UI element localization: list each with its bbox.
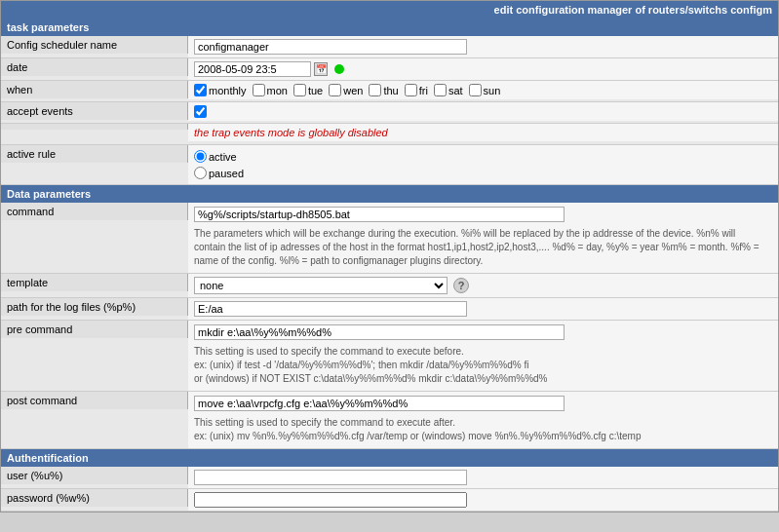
post-command-label: post command xyxy=(1,392,188,409)
when-label: when xyxy=(1,81,188,98)
help-icon[interactable]: ? xyxy=(453,278,469,293)
active-label: active xyxy=(209,151,237,163)
fri-checkbox[interactable] xyxy=(405,84,417,96)
post-command-input[interactable] xyxy=(194,396,565,411)
task-params-header: task parameters xyxy=(1,19,778,36)
log-path-input[interactable] xyxy=(194,301,467,317)
pre-command-description: This setting is used to specify the comm… xyxy=(194,343,548,388)
data-params-header: Data parameters xyxy=(1,185,778,203)
sat-checkbox[interactable] xyxy=(434,84,447,96)
accept-events-checkbox[interactable] xyxy=(194,105,207,118)
template-label: template xyxy=(1,274,188,291)
active-radio-row: active xyxy=(194,148,237,165)
user-row: user (%u%) xyxy=(1,467,778,489)
sun-checkbox-label: sun xyxy=(469,84,501,96)
paused-radio[interactable] xyxy=(194,167,207,179)
post-command-description: This setting is used to specify the comm… xyxy=(194,414,641,445)
title-bar: edit configuration manager of routers/sw… xyxy=(1,1,778,19)
pre-command-value: This setting is used to specify the comm… xyxy=(188,321,778,391)
wen-checkbox-label: wen xyxy=(329,84,363,96)
user-label: user (%u%) xyxy=(1,467,188,484)
active-rule-row: active rule active paused xyxy=(1,145,778,185)
mon-checkbox[interactable] xyxy=(253,84,265,96)
password-value xyxy=(188,489,778,511)
fri-checkbox-label: fri xyxy=(405,84,428,96)
thu-checkbox-label: thu xyxy=(369,84,398,96)
log-path-row: path for the log files (%p%) xyxy=(1,298,778,321)
date-input[interactable] xyxy=(194,61,311,77)
when-value: monthly mon tue wen thu fri sat sun xyxy=(188,81,778,99)
pre-command-input[interactable] xyxy=(194,324,565,340)
active-rule-label: active rule xyxy=(1,145,188,163)
command-value: The parameters which will be exchange du… xyxy=(188,203,778,273)
calendar-icon[interactable]: 📅 xyxy=(314,62,328,76)
log-path-label: path for the log files (%p%) xyxy=(1,298,188,316)
tue-checkbox-label: tue xyxy=(293,84,323,96)
mon-checkbox-label: mon xyxy=(253,84,288,96)
command-description: The parameters which will be exchange du… xyxy=(194,225,760,270)
post-command-value: This setting is used to specify the comm… xyxy=(188,392,778,448)
sat-checkbox-label: sat xyxy=(434,84,463,96)
accept-events-row: accept events xyxy=(1,102,778,124)
title-text: edit configuration manager of routers/sw… xyxy=(494,4,772,16)
log-path-value xyxy=(188,298,778,320)
active-rule-value: active paused xyxy=(188,145,778,184)
command-input[interactable] xyxy=(194,207,565,222)
template-value: none ? xyxy=(188,274,778,297)
password-input[interactable] xyxy=(194,492,467,508)
accept-events-value xyxy=(188,102,778,121)
monthly-checkbox-label: monthly xyxy=(194,84,247,96)
template-row: template none ? xyxy=(1,274,778,298)
user-value xyxy=(188,467,778,488)
active-radio[interactable] xyxy=(194,150,207,163)
user-input[interactable] xyxy=(194,470,467,485)
trap-warning-label-cell xyxy=(1,124,188,130)
wen-checkbox[interactable] xyxy=(329,84,341,96)
pre-command-row: pre command This setting is used to spec… xyxy=(1,321,778,392)
thu-checkbox[interactable] xyxy=(369,84,381,96)
paused-radio-row: paused xyxy=(194,165,244,181)
tue-checkbox[interactable] xyxy=(293,84,306,96)
date-value: 📅 xyxy=(188,58,778,80)
template-select[interactable]: none xyxy=(194,277,448,294)
config-scheduler-input[interactable] xyxy=(194,39,467,55)
monthly-checkbox[interactable] xyxy=(194,84,207,96)
command-label: command xyxy=(1,203,188,220)
when-row: when monthly mon tue wen thu fri sat xyxy=(1,81,778,102)
auth-header: Authentification xyxy=(1,449,778,467)
status-dot xyxy=(334,64,344,74)
date-label: date xyxy=(1,58,188,76)
trap-warning-row: the trap events mode is globally disable… xyxy=(1,124,778,145)
config-scheduler-label: Config scheduler name xyxy=(1,36,188,54)
sun-checkbox[interactable] xyxy=(469,84,482,96)
config-scheduler-value xyxy=(188,36,778,57)
password-label: password (%w%) xyxy=(1,489,188,507)
trap-warning-value: the trap events mode is globally disable… xyxy=(188,124,778,141)
config-scheduler-row: Config scheduler name xyxy=(1,36,778,58)
pre-command-label: pre command xyxy=(1,321,188,338)
post-command-row: post command This setting is used to spe… xyxy=(1,392,778,449)
command-row: command The parameters which will be exc… xyxy=(1,203,778,274)
trap-warning-text: the trap events mode is globally disable… xyxy=(194,127,388,138)
paused-label: paused xyxy=(209,168,244,179)
date-row: date 📅 xyxy=(1,58,778,81)
password-row: password (%w%) xyxy=(1,489,778,512)
accept-events-label: accept events xyxy=(1,102,188,120)
